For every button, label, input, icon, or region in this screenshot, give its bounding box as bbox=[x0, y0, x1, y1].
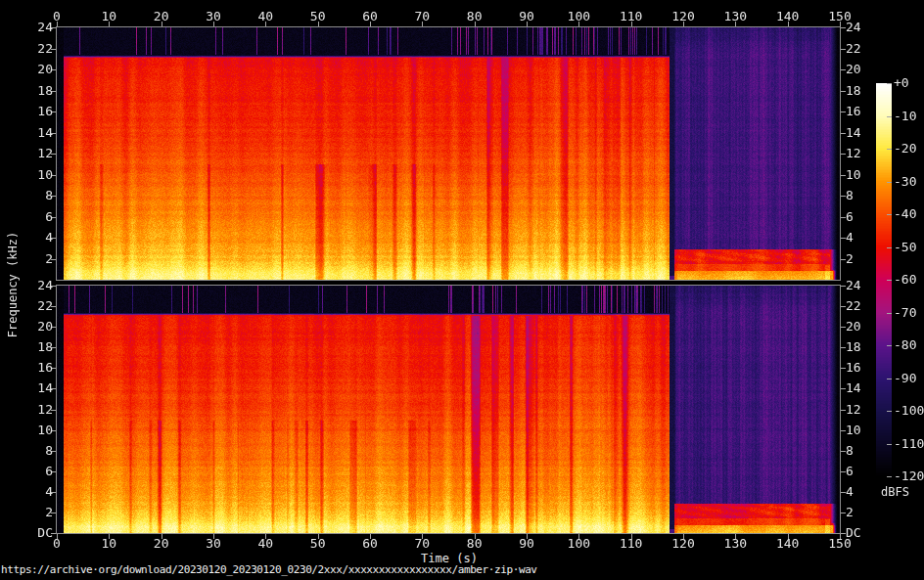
freq-tick-label: 18 bbox=[20, 340, 53, 353]
colorbar-tick bbox=[887, 247, 892, 248]
time-tick-label: 50 bbox=[310, 10, 326, 22]
time-tick-label: 10 bbox=[102, 10, 117, 22]
time-tick-label: 100 bbox=[568, 537, 590, 550]
time-tick-label: 0 bbox=[53, 537, 61, 550]
freq-tick-label: 16 bbox=[846, 361, 861, 374]
freq-tick-label: 4 bbox=[20, 485, 53, 498]
spectrogram-figure: 0010102020303040405050606070708080909010… bbox=[0, 0, 924, 580]
colorbar-tick-label: -20 bbox=[894, 142, 916, 155]
time-tick-label: 100 bbox=[568, 10, 590, 22]
colorbar-tick-label: -110 bbox=[894, 437, 924, 450]
freq-tick-label: 4 bbox=[846, 485, 854, 498]
colorbar-tick-label: +0 bbox=[894, 76, 909, 89]
time-tick-label: 30 bbox=[206, 537, 221, 550]
colorbar-tick bbox=[887, 345, 892, 346]
freq-tick-label: DC bbox=[20, 526, 53, 539]
freq-tick-label: 16 bbox=[846, 105, 861, 117]
time-tick-label: 0 bbox=[53, 10, 61, 22]
freq-tick-label: 2 bbox=[846, 506, 854, 518]
time-tick-label: 130 bbox=[724, 537, 747, 550]
colorbar-tick bbox=[887, 116, 892, 117]
colorbar-tick-label: -80 bbox=[894, 338, 916, 351]
colorbar-tick-label: -70 bbox=[894, 306, 916, 319]
time-tick-label: 80 bbox=[467, 10, 483, 22]
spectrogram-channel-2 bbox=[57, 286, 840, 533]
freq-tick-label: 14 bbox=[846, 381, 861, 394]
freq-tick-label: 8 bbox=[846, 444, 854, 457]
freq-tick-label: 20 bbox=[20, 320, 53, 333]
freq-tick-label: 10 bbox=[846, 168, 861, 181]
colorbar-tick bbox=[887, 280, 892, 281]
colorbar-tick bbox=[887, 214, 892, 215]
freq-tick-label: 12 bbox=[846, 147, 861, 159]
freq-tick-label: 12 bbox=[846, 403, 861, 416]
time-tick-label: 10 bbox=[102, 537, 117, 550]
time-tick-label: 140 bbox=[776, 537, 799, 550]
freq-tick-label: 18 bbox=[846, 340, 861, 353]
time-tick-label: 90 bbox=[519, 10, 534, 22]
colorbar-tick-label: -90 bbox=[894, 372, 916, 384]
colorbar-tick-label: -10 bbox=[894, 110, 916, 122]
freq-tick-label: 2 bbox=[846, 252, 854, 265]
colorbar-tick-label: -100 bbox=[894, 404, 924, 417]
time-tick-label: 140 bbox=[776, 10, 799, 22]
freq-tick-label: 10 bbox=[20, 424, 53, 436]
freq-tick-label: 22 bbox=[846, 299, 861, 312]
colorbar-tick bbox=[887, 182, 892, 183]
freq-tick-label: DC bbox=[846, 526, 861, 539]
time-tick-label: 40 bbox=[258, 537, 274, 550]
time-tick-label: 60 bbox=[362, 537, 378, 550]
freq-tick-label: 18 bbox=[846, 84, 861, 97]
frequency-axis-title: Frequency (kHz) bbox=[7, 232, 19, 337]
time-tick-label: 70 bbox=[415, 10, 431, 22]
freq-tick-label: 12 bbox=[20, 403, 53, 416]
freq-tick-label: 20 bbox=[846, 320, 861, 333]
freq-tick-label: 2 bbox=[20, 252, 53, 265]
time-tick-label: 90 bbox=[519, 537, 534, 550]
freq-tick-label: 24 bbox=[20, 21, 53, 33]
time-tick-label: 80 bbox=[467, 537, 483, 550]
freq-tick-label: 2 bbox=[20, 506, 53, 518]
freq-tick-label: 16 bbox=[20, 105, 53, 117]
spectrogram-channel-1 bbox=[57, 27, 840, 280]
time-tick-label: 120 bbox=[671, 537, 694, 550]
time-tick-label: 40 bbox=[258, 10, 274, 22]
freq-tick-label: 8 bbox=[20, 189, 53, 201]
freq-tick-label: 4 bbox=[20, 231, 53, 244]
colorbar-tick bbox=[887, 149, 892, 150]
time-tick-label: 20 bbox=[154, 10, 169, 22]
colorbar-tick bbox=[887, 313, 892, 314]
freq-tick-label: 20 bbox=[20, 63, 53, 75]
colorbar-tick bbox=[887, 476, 892, 477]
freq-tick-label: 10 bbox=[846, 424, 861, 436]
colorbar-tick bbox=[887, 411, 892, 412]
time-tick-label: 30 bbox=[206, 10, 221, 22]
freq-tick-label: 14 bbox=[846, 126, 861, 139]
colorbar-tick-label: -50 bbox=[894, 241, 916, 253]
freq-tick-label: 6 bbox=[20, 210, 53, 223]
freq-tick-label: 22 bbox=[20, 42, 53, 55]
time-tick-label: 20 bbox=[154, 537, 169, 550]
time-tick-label: 120 bbox=[671, 10, 694, 22]
time-tick-label: 50 bbox=[310, 537, 326, 550]
colorbar-tick bbox=[887, 83, 892, 84]
freq-tick-label: 4 bbox=[846, 231, 854, 244]
freq-tick-label: 16 bbox=[20, 361, 53, 374]
colorbar-tick-label: -30 bbox=[894, 175, 916, 188]
freq-tick-label: 22 bbox=[20, 299, 53, 312]
freq-tick-label: 10 bbox=[20, 168, 53, 181]
freq-tick-label: 24 bbox=[846, 21, 861, 33]
time-tick-label: 70 bbox=[415, 537, 431, 550]
colorbar-tick-label: -40 bbox=[894, 207, 916, 220]
colorbar-tick-label: -120 bbox=[894, 469, 924, 482]
freq-tick-label: 24 bbox=[846, 279, 861, 291]
colorbar-tick bbox=[887, 379, 892, 379]
file-url-caption: https://archive·org/download/20230120_20… bbox=[1, 564, 537, 576]
freq-tick-label: 8 bbox=[846, 189, 854, 201]
freq-tick-label: 6 bbox=[846, 210, 854, 223]
freq-tick-label: 6 bbox=[846, 465, 854, 477]
freq-tick-label: 14 bbox=[20, 126, 53, 139]
freq-tick-label: 12 bbox=[20, 147, 53, 159]
colorbar-tick-label: -60 bbox=[894, 273, 916, 286]
freq-tick-label: 14 bbox=[20, 381, 53, 394]
